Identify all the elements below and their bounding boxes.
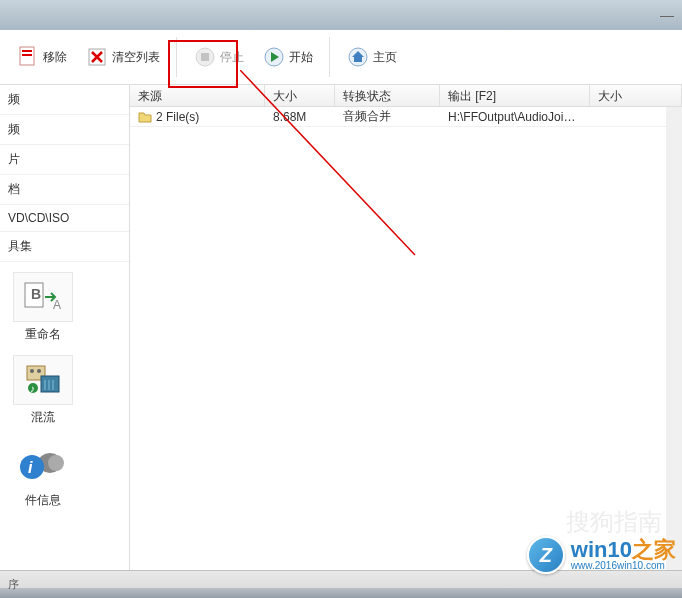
minimize-button[interactable]: — (660, 7, 674, 23)
main-area: 频 频 片 档 VD\CD\ISO 具集 BA 重命名 ♪ 混流 i (0, 85, 682, 570)
col-size[interactable]: 大小 (265, 85, 335, 106)
start-label: 开始 (289, 49, 313, 66)
svg-rect-15 (41, 376, 59, 392)
svg-text:B: B (31, 286, 41, 302)
col-status[interactable]: 转换状态 (335, 85, 440, 106)
cell-status: 音频合并 (335, 106, 440, 127)
col-size2[interactable]: 大小 (590, 85, 682, 106)
svg-point-13 (30, 369, 34, 373)
remove-label: 移除 (43, 49, 67, 66)
folder-icon (138, 111, 152, 123)
remove-button[interactable]: 移除 (10, 41, 73, 73)
titlebar: — (0, 0, 682, 30)
sidebar-item-5[interactable]: 具集 (0, 232, 129, 262)
stop-icon (193, 45, 217, 69)
content-area: 来源 大小 转换状态 输出 [F2] 大小 2 File(s) 8.68M 音频… (130, 85, 682, 570)
sidebar-item-4[interactable]: VD\CD\ISO (0, 205, 129, 232)
remove-icon (16, 45, 40, 69)
info-icon: i (13, 438, 73, 488)
home-button[interactable]: 主页 (340, 41, 403, 73)
col-source[interactable]: 来源 (130, 85, 265, 106)
table-row[interactable]: 2 File(s) 8.68M 音频合并 H:\FFOutput\AudioJo… (130, 107, 682, 127)
start-icon (262, 45, 286, 69)
svg-point-19 (48, 455, 64, 471)
rename-label: 重命名 (8, 326, 78, 343)
rename-icon: BA (13, 272, 73, 322)
col-output[interactable]: 输出 [F2] (440, 85, 590, 106)
svg-text:i: i (28, 459, 33, 476)
svg-rect-5 (201, 53, 209, 61)
svg-text:♪: ♪ (30, 383, 35, 394)
stop-label: 停止 (220, 49, 244, 66)
sidebar-item-1[interactable]: 频 (0, 115, 129, 145)
cell-output: H:\FFOutput\AudioJoine... (440, 108, 590, 126)
info-label: 件信息 (8, 492, 78, 509)
svg-rect-1 (22, 50, 32, 52)
table-header: 来源 大小 转换状态 输出 [F2] 大小 (130, 85, 682, 107)
sidebar: 频 频 片 档 VD\CD\ISO 具集 BA 重命名 ♪ 混流 i (0, 85, 130, 570)
rename-tool[interactable]: BA 重命名 (8, 272, 78, 343)
svg-text:A: A (53, 298, 61, 312)
sidebar-tools: BA 重命名 ♪ 混流 i 件信息 (0, 262, 129, 519)
cell-source: 2 File(s) (130, 108, 265, 126)
mux-icon: ♪ (13, 355, 73, 405)
mux-label: 混流 (8, 409, 78, 426)
cell-size: 8.68M (265, 108, 335, 126)
home-icon (346, 45, 370, 69)
svg-point-14 (37, 369, 41, 373)
start-button[interactable]: 开始 (256, 41, 319, 73)
taskbar-peek (0, 588, 682, 598)
clear-list-button[interactable]: 清空列表 (79, 41, 166, 73)
stop-button[interactable]: 停止 (187, 41, 250, 73)
info-tool[interactable]: i 件信息 (8, 438, 78, 509)
toolbar: 移除 清空列表 停止 开始 主页 (0, 30, 682, 85)
svg-rect-2 (22, 54, 32, 56)
sidebar-item-2[interactable]: 片 (0, 145, 129, 175)
sidebar-item-0[interactable]: 频 (0, 85, 129, 115)
clear-icon (85, 45, 109, 69)
vertical-scrollbar[interactable] (666, 107, 682, 570)
sidebar-item-3[interactable]: 档 (0, 175, 129, 205)
clear-label: 清空列表 (112, 49, 160, 66)
home-label: 主页 (373, 49, 397, 66)
mux-tool[interactable]: ♪ 混流 (8, 355, 78, 426)
